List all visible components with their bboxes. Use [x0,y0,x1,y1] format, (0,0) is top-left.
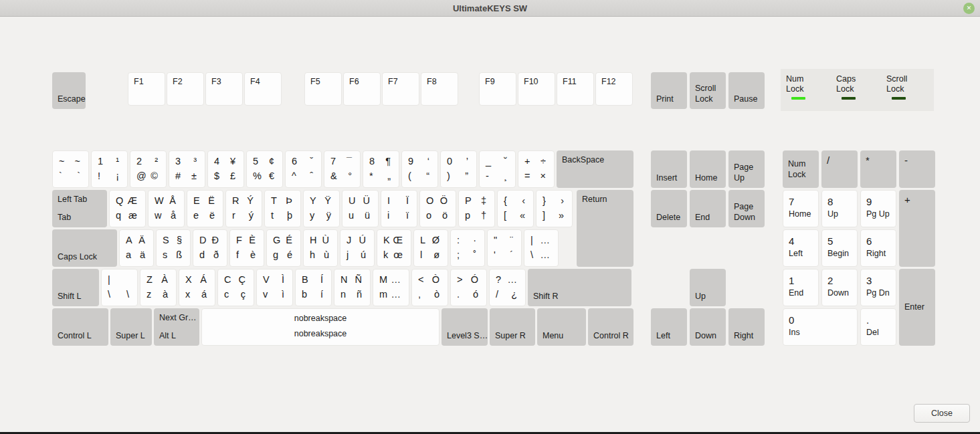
key-minus[interactable]: _˘-¸ [479,150,516,188]
key-l[interactable]: LØlø [413,229,448,267]
key-s[interactable]: S§sß [156,229,191,267]
key-super-r[interactable]: Super R [490,308,535,346]
key-kp-5[interactable]: 5Begin [821,229,858,267]
key-f11[interactable]: F11 [557,72,594,106]
key-f4[interactable]: F4 [244,72,282,106]
key-f5[interactable]: F5 [304,72,342,106]
key-level3-shift[interactable]: Level3 S… [442,308,488,346]
key-f2[interactable]: F2 [167,72,204,106]
key-kp-6[interactable]: 6Right [860,229,896,267]
key-right[interactable]: Right [728,308,765,346]
key-kp-1[interactable]: 1End [783,269,819,306]
key-backspace[interactable]: BackSpace [557,150,633,188]
key-kp-add[interactable]: + [899,190,935,267]
key-page-down[interactable]: PageDown [728,190,765,227]
key-f12[interactable]: F12 [595,72,633,106]
key-kp-multiply[interactable]: * [860,150,896,188]
key-end[interactable]: End [690,190,726,227]
key-e[interactable]: EËeë [187,190,223,227]
key-super-l[interactable]: Super L [110,308,152,346]
key-k[interactable]: KŒkœ [377,229,411,267]
key-intl-backslash[interactable]: |\\ [101,269,138,306]
key-comma[interactable]: <Ò,ò [411,269,448,306]
key-control-r[interactable]: Control R [588,308,633,346]
key-return[interactable]: Return [577,190,633,267]
key-c[interactable]: CÇcç [217,269,254,306]
key-page-up[interactable]: PageUp [728,150,765,188]
key-b[interactable]: BÍbí [295,269,332,306]
key-d[interactable]: DÐdð [193,229,227,267]
key-bracket-right[interactable]: }›]» [536,190,573,227]
key-space[interactable]: nobreakspacenobreakspace [201,308,439,346]
key-f7[interactable]: F7 [382,72,419,106]
key-print[interactable]: Print [651,72,687,109]
key-z[interactable]: ZÀzà [140,269,177,306]
key-kp-enter[interactable]: Enter [899,269,935,346]
key-menu[interactable]: Menu [537,308,586,346]
key-slash[interactable]: ?…/¿ [489,269,526,306]
key-w[interactable]: WÅwå [148,190,185,227]
key-kp-7[interactable]: 7Home [783,190,819,227]
key-v[interactable]: VÌvì [256,269,293,306]
key-period[interactable]: >Ó.ó [450,269,487,306]
key-alt-l[interactable]: Next Gr…Alt L [154,308,199,346]
key-2[interactable]: 2²@© [130,150,167,188]
key-home[interactable]: Home [690,150,726,188]
key-7[interactable]: 7¯&° [324,150,361,188]
key-kp-0[interactable]: 0Ins [783,308,858,346]
key-1[interactable]: 1¹!¡ [91,150,128,188]
key-o[interactable]: OÖoö [419,190,456,227]
key-h[interactable]: HÙhù [303,229,338,267]
key-kp-divide[interactable]: / [821,150,858,188]
key-escape[interactable]: Escape [52,72,86,109]
key-p[interactable]: P‡p† [458,190,495,227]
key-pause[interactable]: Pause [728,72,765,109]
key-t[interactable]: TÞtþ [264,190,301,227]
key-kp-2[interactable]: 2Down [821,269,858,306]
key-backslash[interactable]: |…\… [524,229,559,267]
key-n[interactable]: NÑnñ [334,269,371,306]
key-a[interactable]: AÄaä [119,229,154,267]
key-control-l[interactable]: Control L [52,308,108,346]
key-f[interactable]: FÈfè [229,229,264,267]
key-f10[interactable]: F10 [518,72,555,106]
key-f8[interactable]: F8 [421,72,458,106]
key-6[interactable]: 6ˇ^ˆ [285,150,322,188]
key-delete[interactable]: Delete [651,190,687,227]
key-shift-l[interactable]: Shift L [52,269,99,306]
key-8[interactable]: 8¶*„ [363,150,399,188]
key-semicolon[interactable]: :·;˚ [450,229,485,267]
key-0[interactable]: 0’)” [440,150,477,188]
key-f9[interactable]: F9 [479,72,516,106]
key-f1[interactable]: F1 [128,72,165,106]
key-apostrophe[interactable]: "¨'´ [487,229,522,267]
key-up[interactable]: Up [690,269,726,306]
key-i[interactable]: IÏiï [381,190,417,227]
key-f3[interactable]: F3 [205,72,243,106]
key-j[interactable]: JÚjú [340,229,375,267]
key-kp-4[interactable]: 4Left [783,229,819,267]
key-caps-lock[interactable]: Caps Lock [52,229,117,267]
key-kp-3[interactable]: 3Pg Dn [860,269,896,306]
key-tab[interactable]: Left TabTab [52,190,107,227]
key-insert[interactable]: Insert [651,150,687,188]
close-button[interactable]: Close [914,404,970,423]
key-kp-subtract[interactable]: - [899,150,935,188]
key-5[interactable]: 5¢%€ [246,150,283,188]
key-q[interactable]: QÆqæ [109,190,146,227]
key-num-lock[interactable]: NumLock [783,150,819,188]
key-u[interactable]: UÜuü [342,190,379,227]
key-9[interactable]: 9‘(“ [401,150,438,188]
key-3[interactable]: 3³#± [169,150,205,188]
key-equal[interactable]: +÷=× [518,150,555,188]
key-4[interactable]: 4¥$£ [207,150,244,188]
key-r[interactable]: RÝrý [225,190,262,227]
key-y[interactable]: YŸyÿ [303,190,340,227]
key-left[interactable]: Left [651,308,687,346]
key-x[interactable]: XÁxá [179,269,215,306]
key-kp-9[interactable]: 9Pg Up [860,190,896,227]
key-f6[interactable]: F6 [343,72,381,106]
key-grave[interactable]: ~~`` [52,150,89,188]
key-shift-r[interactable]: Shift R [528,269,631,306]
key-scroll-lock[interactable]: ScrollLock [690,72,726,109]
